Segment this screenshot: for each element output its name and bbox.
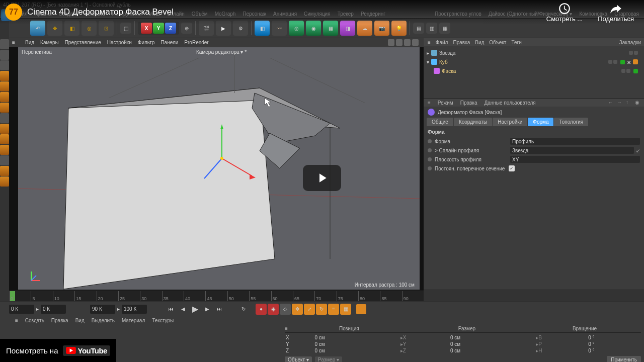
channel-avatar-icon[interactable]: 77 [5,4,22,21]
coord-mode-object-dropdown[interactable]: Объект ▾ [285,356,312,362]
polygon-mode-button[interactable] [0,92,9,102]
om-menu-item[interactable]: Закладки [619,40,644,45]
om-menu-item[interactable]: Правка [453,40,470,45]
vp-menu-item[interactable]: ProRender [184,40,208,45]
mm-menu-item[interactable]: Правка [51,318,68,323]
vp-toggle-icon[interactable] [412,39,419,46]
youtube-play-button[interactable] [303,165,341,191]
hamburger-icon[interactable]: ≡ [428,100,431,106]
texture-mode-button[interactable] [0,50,9,60]
mm-menu-item[interactable]: Вид [75,318,85,323]
nav-lock-icon[interactable]: ◉ [635,100,641,106]
vis-render-dot[interactable] [626,69,630,73]
attr-menu-item[interactable]: Данные пользователя [484,100,535,106]
vp-menu-item[interactable]: Настройки [107,40,132,45]
record-key-button[interactable]: ● [256,304,267,315]
rot-x-input[interactable]: 0 ° [588,335,594,340]
misc-tool-1[interactable]: ▤ [413,23,424,34]
prop-spline-link[interactable]: Звезда [510,147,634,154]
point-mode-button[interactable] [0,71,9,81]
pos-z-input[interactable]: 0 см [315,348,325,353]
apply-button[interactable]: Применить [607,356,641,362]
attr-tab-shape[interactable]: Форма [528,118,553,126]
edge-mode-button[interactable] [0,81,9,92]
tool-b-button[interactable] [0,134,9,144]
vp-menu-item[interactable]: Вид [25,40,34,45]
goto-start-button[interactable]: ⏮ [166,304,176,314]
object-tree[interactable]: ▸ Звезда ▾ Куб ✕ [424,46,644,77]
vis-render-dot[interactable] [613,60,617,64]
axis-mode-button[interactable] [0,103,9,113]
key-param-button[interactable]: ≡ [328,304,339,315]
vp-zoom-icon[interactable] [396,39,403,46]
link-arrow-icon[interactable]: ↙ [636,148,640,153]
viewport[interactable]: ≡ Вид Камеры Представление Настройки Фил… [9,38,424,291]
snap-button[interactable] [0,113,9,123]
size-x-input[interactable]: 0 см [450,335,460,340]
key-pla-button[interactable]: ▦ [340,304,351,315]
vis-editor-dot[interactable] [608,60,612,64]
key-pos-button[interactable]: ✥ [292,304,303,315]
mm-menu-item[interactable]: Выделить [92,318,115,323]
attr-tab-topology[interactable]: Топология [554,118,588,126]
xray-icon[interactable]: ✕ [627,60,631,64]
vp-menu-item[interactable]: Камеры [40,40,59,45]
prop-shape-dropdown[interactable]: Профиль [510,138,640,145]
misc-tool-3[interactable]: ▦ [439,23,450,34]
vp-menu-item[interactable]: Фильтр [138,40,155,45]
loop-button[interactable]: ↻ [238,304,249,314]
enable-checkbox[interactable] [620,60,625,64]
frame-start-input[interactable]: 0 К [9,305,34,314]
mm-menu-item[interactable]: Материал [122,318,145,323]
attr-menu-item[interactable]: Правка [460,100,477,106]
tool-f-button[interactable] [0,176,9,187]
vp-rotate-icon[interactable] [404,39,411,46]
tool-c-button[interactable] [0,145,9,155]
attr-tab-coord[interactable]: Координаты [454,118,492,126]
size-z-input[interactable]: 0 см [450,348,460,353]
step-back-button[interactable]: ◀ [178,304,188,314]
misc-tool-2[interactable]: ▥ [426,23,437,34]
tool-e-button[interactable] [0,166,9,176]
stepper-icon[interactable]: ▸ [117,306,120,312]
z-axis-toggle[interactable]: Z [165,23,176,34]
timeline[interactable]: 0 5 10 15 20 25 30 35 40 45 50 55 60 65 … [0,290,644,302]
attr-menu-item[interactable]: Режим [438,100,453,106]
nav-up-icon[interactable]: ↑ [626,100,632,106]
nav-back-icon[interactable]: ← [608,100,614,106]
step-fwd-button[interactable]: ▶ [202,304,212,314]
tag-phong-icon[interactable] [633,59,638,64]
viewport-camera-label[interactable]: Камера редактора ▾ * [196,49,247,55]
rot-z-input[interactable]: 0 ° [588,348,594,353]
key-scale-button[interactable]: ⤢ [304,304,315,315]
workplane-button[interactable] [0,60,9,70]
hamburger-icon[interactable]: ≡ [285,326,288,331]
object-row-cube[interactable]: ▾ Куб ✕ [427,57,641,66]
live-select-tool[interactable]: ⬚ [120,23,131,34]
vis-editor-dot[interactable] [621,69,625,73]
x-axis-toggle[interactable]: X [141,23,152,34]
size-y-input[interactable]: 0 см [450,341,460,347]
object-row-bevel[interactable]: Фаска [427,66,641,75]
hamburger-icon[interactable]: ≡ [12,40,19,45]
viewport-canvas[interactable] [18,47,420,290]
watch-later-button[interactable]: Смотреть ... [546,2,583,23]
y-axis-toggle[interactable]: Y [153,23,164,34]
hamburger-icon[interactable]: ≡ [15,318,18,323]
prop-cross-checkbox[interactable]: ✓ [509,165,515,171]
rot-y-input[interactable]: 0 ° [588,341,594,347]
object-name[interactable]: Фаска [442,68,456,74]
video-title[interactable]: Cinema 4D Деформатор Фаска Bevel [27,7,174,17]
frame-end-input[interactable]: 100 К [122,305,147,314]
om-menu-item[interactable]: Файл [436,40,448,45]
vis-editor-dot[interactable] [629,51,633,55]
coord-system-button[interactable]: ⊕ [181,23,192,34]
vp-pan-icon[interactable] [388,39,394,46]
object-name[interactable]: Звезда [439,50,455,56]
object-row-star[interactable]: ▸ Звезда [427,48,641,57]
model-mode-button[interactable] [0,39,9,49]
goto-end-button[interactable]: ⏭ [214,304,224,314]
timeline-ruler[interactable]: 0 5 10 15 20 25 30 35 40 45 50 55 60 65 … [9,291,424,301]
youtube-watch-on-badge[interactable]: Посмотреть на YouTube [0,339,116,362]
tool-a-button[interactable] [0,124,9,134]
